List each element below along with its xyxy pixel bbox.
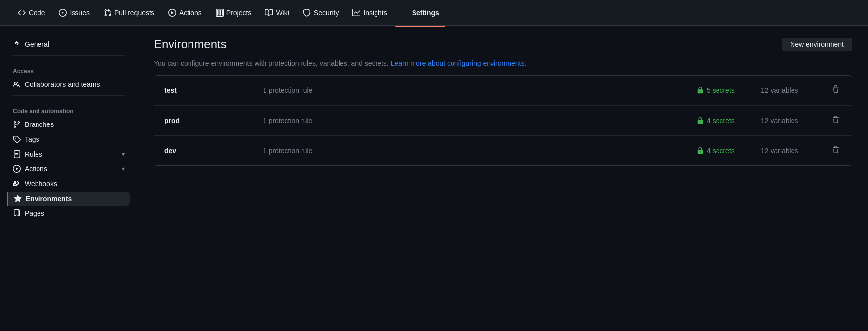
- env-variables: 12 variables: [761, 117, 830, 124]
- people-icon: [13, 81, 21, 88]
- page-layout: General Access Collaborators and teams C…: [0, 26, 868, 331]
- delete-env-button[interactable]: [830, 83, 842, 97]
- webhooks-icon: [13, 180, 21, 188]
- env-name: test: [164, 86, 263, 94]
- new-environment-button[interactable]: New environment: [782, 38, 852, 51]
- sidebar-webhooks-label: Webhooks: [25, 180, 57, 188]
- env-protection: 1 protection rule: [263, 86, 697, 94]
- nav-insights-label: Insights: [363, 9, 387, 17]
- nav-wiki[interactable]: Wiki: [259, 5, 295, 21]
- wiki-icon: [265, 9, 273, 17]
- nav-settings[interactable]: Settings: [395, 5, 445, 21]
- top-navigation: Code Issues Pull requests Actions: [0, 0, 868, 26]
- sidebar-environments-label: Environments: [26, 195, 72, 203]
- chevron-down-icon: ▾: [122, 151, 125, 158]
- environments-icon: [14, 195, 22, 203]
- issues-icon: [59, 9, 67, 17]
- sidebar-actions-label: Actions: [25, 165, 47, 173]
- code-icon: [18, 9, 26, 17]
- tag-icon: [13, 135, 21, 143]
- env-secrets-count[interactable]: 4 secrets: [707, 117, 735, 124]
- env-secrets[interactable]: 5 secrets: [697, 86, 761, 94]
- learn-more-link[interactable]: Learn more about configuring environment…: [391, 59, 527, 67]
- sidebar-collaborators-label: Collaborators and teams: [25, 81, 100, 88]
- nav-security-label: Security: [314, 9, 339, 17]
- nav-issues[interactable]: Issues: [53, 5, 95, 21]
- env-variables: 12 variables: [761, 86, 830, 94]
- main-content: Environments New environment You can con…: [138, 26, 868, 331]
- sidebar-item-branches[interactable]: Branches: [8, 118, 130, 131]
- pages-icon: [13, 209, 21, 217]
- pull-request-icon: [104, 9, 112, 17]
- nav-code-label: Code: [29, 9, 45, 17]
- sidebar-item-tags[interactable]: Tags: [8, 132, 130, 146]
- environments-table: test 1 protection rule 5 secrets 12 vari…: [154, 75, 852, 166]
- branch-icon: [13, 121, 21, 128]
- sidebar-general-label: General: [25, 41, 49, 48]
- nav-security[interactable]: Security: [297, 5, 345, 21]
- description-text: You can configure environments with prot…: [154, 59, 852, 67]
- lock-icon: [697, 147, 704, 154]
- env-variables: 12 variables: [761, 147, 830, 155]
- sidebar-item-webhooks[interactable]: Webhooks: [8, 177, 130, 191]
- insights-icon: [352, 9, 360, 17]
- nav-settings-label: Settings: [412, 9, 439, 17]
- sidebar-access-section: Access: [8, 60, 130, 78]
- actions-sidebar-icon: [13, 165, 21, 173]
- sidebar-item-collaborators[interactable]: Collaborators and teams: [8, 78, 130, 91]
- sidebar-pages-label: Pages: [25, 209, 44, 217]
- chevron-down-icon-2: ▾: [122, 166, 125, 172]
- sidebar-tags-label: Tags: [25, 135, 39, 143]
- lock-icon: [697, 87, 704, 94]
- table-row[interactable]: test 1 protection rule 5 secrets 12 vari…: [154, 76, 852, 106]
- env-protection: 1 protection rule: [263, 147, 697, 155]
- description-static: You can configure environments with prot…: [154, 59, 389, 67]
- nav-issues-label: Issues: [70, 9, 89, 17]
- env-secrets[interactable]: 4 secrets: [697, 117, 761, 124]
- env-secrets-count[interactable]: 4 secrets: [707, 147, 735, 155]
- nav-insights[interactable]: Insights: [346, 5, 393, 21]
- nav-projects-label: Projects: [226, 9, 252, 17]
- sidebar-rules-label: Rules: [25, 150, 42, 158]
- nav-projects[interactable]: Projects: [210, 5, 258, 21]
- rules-icon: [13, 150, 21, 158]
- nav-code[interactable]: Code: [12, 5, 51, 21]
- sidebar-divider-2: [13, 95, 125, 96]
- sidebar-item-general[interactable]: General: [8, 38, 130, 51]
- actions-icon: [168, 9, 176, 17]
- sidebar-item-environments[interactable]: Environments: [7, 192, 130, 206]
- nav-wiki-label: Wiki: [276, 9, 289, 17]
- sidebar-item-rules[interactable]: Rules ▾: [8, 147, 130, 161]
- nav-pull-requests[interactable]: Pull requests: [98, 5, 160, 21]
- delete-env-button[interactable]: [830, 144, 842, 158]
- sidebar-item-pages[interactable]: Pages: [8, 207, 130, 220]
- security-icon: [303, 9, 311, 17]
- sidebar-divider-1: [13, 55, 125, 56]
- page-title: Environments: [154, 38, 226, 51]
- projects-icon: [216, 9, 224, 17]
- sidebar-branches-label: Branches: [25, 121, 54, 128]
- env-name: prod: [164, 117, 263, 124]
- settings-sidebar: General Access Collaborators and teams C…: [0, 26, 138, 331]
- sidebar-item-actions[interactable]: Actions ▾: [8, 162, 130, 176]
- table-row[interactable]: prod 1 protection rule 4 secrets 12 vari…: [154, 106, 852, 136]
- sidebar-code-automation-section: Code and automation: [8, 100, 130, 118]
- nav-pr-label: Pull requests: [114, 9, 154, 17]
- lock-icon: [697, 117, 704, 124]
- gear-icon: [401, 9, 409, 17]
- nav-actions-label: Actions: [179, 9, 202, 17]
- env-secrets[interactable]: 4 secrets: [697, 147, 761, 155]
- env-protection: 1 protection rule: [263, 117, 697, 124]
- delete-env-button[interactable]: [830, 114, 842, 127]
- main-header: Environments New environment: [154, 38, 852, 51]
- env-secrets-count[interactable]: 5 secrets: [707, 86, 735, 94]
- table-row[interactable]: dev 1 protection rule 4 secrets 12 varia…: [154, 136, 852, 166]
- nav-actions[interactable]: Actions: [162, 5, 208, 21]
- gear-small-icon: [13, 41, 21, 48]
- env-name: dev: [164, 147, 263, 155]
